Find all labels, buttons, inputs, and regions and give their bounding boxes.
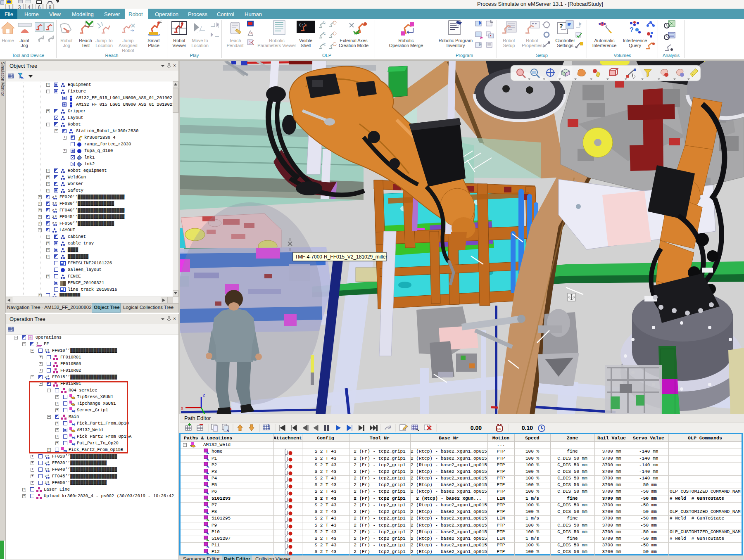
svg-text:z: z (203, 392, 205, 397)
svg-text:2: 2 (36, 342, 38, 345)
svg-text:TMF-4-7000-R_FF015_V2_181029_m: TMF-4-7000-R_FF015_V2_181029_miller (295, 254, 387, 260)
svg-text:?: ? (630, 26, 634, 33)
svg-text:x: x (181, 406, 183, 411)
svg-text:?: ? (559, 23, 563, 29)
svg-text:0: 0 (29, 336, 31, 340)
svg-text:0.00: 0.00 (471, 425, 482, 431)
svg-text:0.10: 0.10 (522, 425, 533, 431)
svg-text:00: 00 (497, 427, 501, 431)
